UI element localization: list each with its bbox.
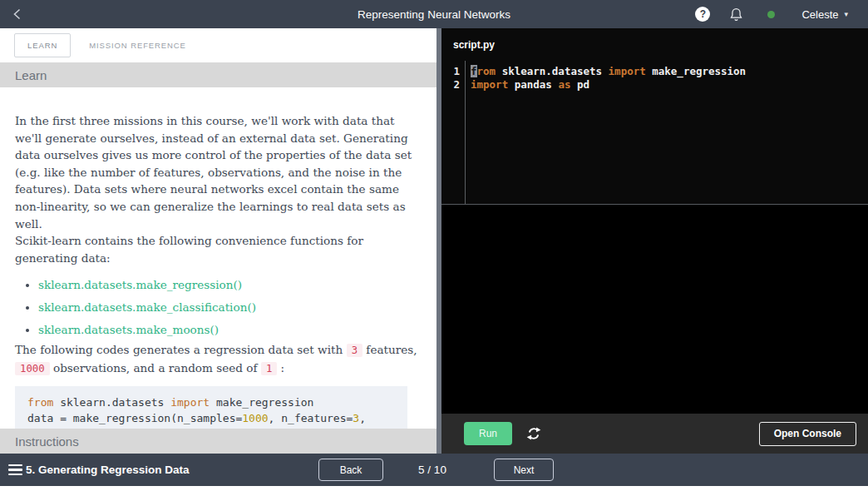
help-glyph: ?: [700, 8, 706, 20]
lesson-paragraph-2: Scikit-learn contains the following conv…: [15, 232, 422, 266]
tab-mission-reference[interactable]: MISSION REFERENCE: [89, 34, 186, 57]
function-link-list: sklearn.datasets.make_regression() sklea…: [15, 274, 422, 341]
header-actions: ? Celeste ▾: [695, 0, 848, 28]
help-icon[interactable]: ?: [695, 7, 710, 22]
list-item: sklearn.datasets.make_moons(): [38, 319, 422, 341]
progress-indicator: 5 / 10: [406, 454, 459, 486]
back-button[interactable]: Back: [318, 459, 383, 481]
link-make-moons[interactable]: sklearn.datasets.make_moons(): [38, 323, 219, 336]
inline-code: 1: [261, 362, 277, 375]
lesson-paragraph-3: The following codes generates a regressi…: [15, 341, 422, 377]
code-panel: script.py 1from sklearn.datasets import …: [441, 28, 868, 454]
file-tab-script-py[interactable]: script.py: [453, 39, 495, 51]
tab-learn[interactable]: LEARN: [14, 33, 71, 57]
console-output-area[interactable]: [441, 205, 868, 414]
learn-section-header[interactable]: Learn: [0, 62, 436, 87]
inline-code: 1000: [15, 362, 50, 375]
next-button[interactable]: Next: [494, 459, 554, 481]
editor-file-bar: script.py: [441, 28, 868, 61]
user-name: Celeste: [801, 8, 838, 21]
link-make-regression[interactable]: sklearn.datasets.make_regression(): [38, 278, 242, 291]
code-editor[interactable]: 1from sklearn.datasets import make_regre…: [441, 61, 868, 205]
learn-tab-row: LEARN MISSION REFERENCE: [0, 28, 436, 62]
run-button[interactable]: Run: [464, 422, 512, 445]
lesson-content: In the first three missions in this cour…: [0, 87, 436, 450]
link-make-classification[interactable]: sklearn.datasets.make_classification(): [38, 300, 256, 314]
refresh-icon[interactable]: [526, 426, 541, 441]
lesson-paragraph-1: In the first three missions in this cour…: [15, 112, 422, 232]
user-menu[interactable]: Celeste ▾: [801, 8, 848, 21]
learn-panel: LEARN MISSION REFERENCE Learn In the fir…: [0, 28, 436, 454]
bottom-nav-bar: 5. Generating Regression Data Back 5 / 1…: [0, 454, 868, 486]
editor-toolbar: Run Open Console: [441, 414, 868, 454]
top-header: Representing Neural Networks ? Celeste ▾: [0, 0, 868, 28]
instructions-section-header[interactable]: Instructions: [0, 429, 436, 454]
list-item: sklearn.datasets.make_regression(): [38, 274, 422, 296]
list-item: sklearn.datasets.make_classification(): [38, 296, 422, 319]
notifications-bell-icon[interactable]: [730, 7, 742, 22]
caret-down-icon: ▾: [844, 10, 848, 18]
inline-code: 3: [347, 344, 362, 357]
open-console-button[interactable]: Open Console: [759, 422, 856, 446]
lesson-step-title: 5. Generating Regression Data: [26, 454, 190, 486]
hamburger-menu-icon[interactable]: [8, 464, 22, 478]
online-status-dot: [767, 11, 775, 18]
